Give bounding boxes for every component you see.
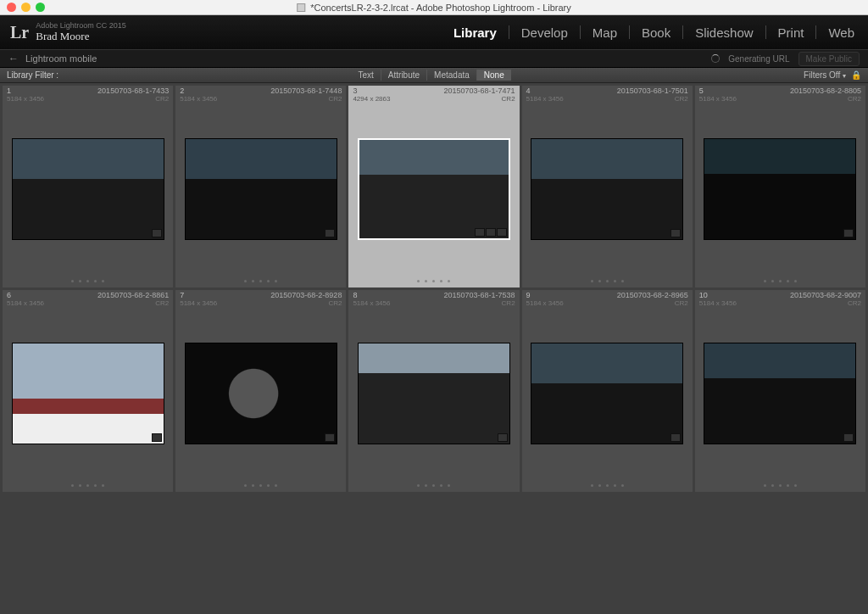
module-library[interactable]: Library [450,24,500,42]
thumbnail-cell[interactable]: 45184 x 345620150703-68-1-7501CR2 [522,86,693,287]
thumb-image[interactable] [704,138,856,240]
thumb-meta: 15184 x 345620150703-68-1-7433CR2 [3,86,173,104]
identity-bar: Lr Adobe Lightroom CC 2015 Brad Moore Li… [0,15,868,49]
thumb-image[interactable] [531,343,683,444]
breadcrumb-bar: ← Lightroom mobile Generating URL Make P… [0,49,868,68]
thumbnail-cell[interactable]: 34294 x 286320150703-68-1-7471CR2 [348,86,519,287]
thumb-badges [325,433,335,442]
thumb-image[interactable] [358,343,510,444]
thumb-rating-dots[interactable] [522,478,693,492]
thumb-dimensions: 5184 x 3456 [699,96,737,103]
document-icon [297,3,305,12]
filters-off-label: Filters Off [804,70,840,80]
thumb-image-zone[interactable] [348,104,519,274]
module-develop[interactable]: Develop [518,24,571,42]
module-divider [815,25,816,39]
thumbnail-cell[interactable]: 75184 x 345620150703-68-2-8928CR2 [175,290,346,492]
module-print[interactable]: Print [775,24,808,42]
thumb-image[interactable] [185,138,337,240]
back-button[interactable]: ← [8,53,19,64]
thumb-rating-dots[interactable] [175,274,346,287]
thumb-dimensions: 5184 x 3456 [180,300,217,308]
thumb-meta: 34294 x 286320150703-68-1-7471CR2 [348,86,519,104]
window-titlebar: *ConcertsLR-2-3-2.lrcat - Adobe Photosho… [0,0,868,15]
filter-tab-text[interactable]: Text [352,70,381,81]
thumb-rating-dots[interactable] [348,478,519,492]
lock-icon[interactable]: 🔒 [851,70,861,80]
module-divider [765,25,766,39]
thumb-rating-dots[interactable] [522,274,693,287]
thumb-dimensions: 5184 x 3456 [7,96,44,103]
thumb-rating-dots[interactable] [3,478,173,492]
thumb-image[interactable] [704,343,856,444]
thumb-rating-dots[interactable] [695,478,865,492]
library-filter-label: Library Filter : [7,70,58,80]
thumb-extension: CR2 [617,300,688,308]
thumb-meta: 105184 x 345620150703-68-2-9007CR2 [695,290,865,309]
breadcrumb-label[interactable]: Lightroom mobile [25,53,97,64]
thumb-extension: CR2 [617,96,688,103]
thumb-image-zone[interactable] [175,104,346,274]
module-picker: LibraryDevelopMapBookSlideshowPrintWeb [450,24,858,42]
thumb-image-zone[interactable] [175,309,346,478]
module-divider [580,25,581,39]
thumb-image-zone[interactable] [695,309,865,478]
thumb-image-zone[interactable] [522,104,693,274]
thumb-image-zone[interactable] [3,104,173,274]
thumbnail-cell[interactable]: 65184 x 345620150703-68-2-8861CR2 [3,290,173,492]
filter-tab-metadata[interactable]: Metadata [426,70,476,81]
thumb-dimensions: 5184 x 3456 [526,300,564,308]
thumb-image[interactable] [358,138,510,240]
filter-tab-none[interactable]: None [476,70,511,81]
thumb-dimensions: 4294 x 2863 [353,96,390,103]
thumb-dimensions: 5184 x 3456 [7,300,44,308]
thumbnail-cell[interactable]: 85184 x 345620150703-68-1-7538CR2 [348,290,519,492]
thumb-image[interactable] [12,138,164,240]
module-divider [629,25,630,39]
module-map[interactable]: Map [589,24,620,42]
thumb-extension: CR2 [444,96,515,103]
thumbnail-cell[interactable]: 95184 x 345620150703-68-2-8965CR2 [522,290,693,492]
thumb-extension: CR2 [444,300,515,308]
thumb-image-zone[interactable] [695,104,865,274]
window-controls [0,3,45,12]
filters-off-dropdown[interactable]: Filters Off ▾ [804,70,846,80]
thumb-rating-dots[interactable] [3,274,173,287]
thumb-rating-dots[interactable] [348,274,519,287]
thumb-extension: CR2 [790,96,861,103]
thumb-image-zone[interactable] [348,309,519,478]
thumb-badges [475,228,507,237]
thumb-badges [670,229,681,237]
module-book[interactable]: Book [638,24,674,42]
thumbnail-cell[interactable]: 105184 x 345620150703-68-2-9007CR2 [695,290,865,492]
thumbnail-cell[interactable]: 25184 x 345620150703-68-1-7448CR2 [175,86,346,287]
thumb-badges [843,433,854,442]
thumbnail-cell[interactable]: 55184 x 345620150703-68-2-8805CR2 [695,86,865,287]
thumb-image[interactable] [531,138,683,240]
zoom-window-button[interactable] [36,3,45,12]
thumb-meta: 65184 x 345620150703-68-2-8861CR2 [3,290,173,309]
thumb-dimensions: 5184 x 3456 [526,96,564,103]
thumb-rating-dots[interactable] [695,274,865,287]
thumb-image-zone[interactable] [522,309,693,478]
close-window-button[interactable] [7,3,16,12]
make-public-button[interactable]: Make Public [798,52,860,66]
thumb-image[interactable] [12,343,164,444]
filter-tab-attribute[interactable]: Attribute [381,70,426,81]
module-web[interactable]: Web [825,24,858,42]
thumb-rating-dots[interactable] [175,478,346,492]
minimize-window-button[interactable] [21,3,31,12]
sync-status: Generating URL [728,54,789,64]
thumb-image[interactable] [185,343,337,444]
module-slideshow[interactable]: Slideshow [692,24,756,42]
user-name: Brad Moore [36,31,126,42]
grid-view[interactable]: 15184 x 345620150703-68-1-7433CR225184 x… [0,83,868,614]
window-title: *ConcertsLR-2-3-2.lrcat - Adobe Photosho… [310,3,571,13]
thumb-image-zone[interactable] [3,309,173,478]
thumbnail-cell[interactable]: 15184 x 345620150703-68-1-7433CR2 [3,86,173,287]
thumb-dimensions: 5184 x 3456 [699,300,737,308]
thumb-meta: 55184 x 345620150703-68-2-8805CR2 [695,86,865,104]
thumb-dimensions: 5184 x 3456 [353,300,390,308]
thumb-meta: 25184 x 345620150703-68-1-7448CR2 [175,86,346,104]
app-logo: Lr [10,23,29,42]
